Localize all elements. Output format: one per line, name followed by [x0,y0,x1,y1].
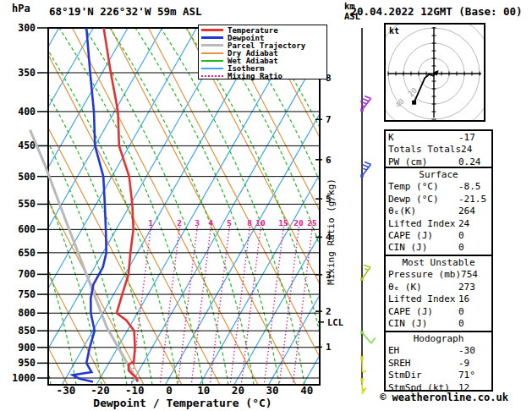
legend-swatch [201,68,223,69]
wind-barb [360,331,375,343]
pressure-tick-label: 500 [18,171,36,183]
index-value: -21.5 [458,194,489,206]
pressure-tick-label: 600 [18,223,36,235]
index-value: 71° [458,370,489,381]
mixing-ratio-label: 3 [195,218,200,227]
x-axis-labels: -30-20-10010203040Dewpoint / Temperature… [57,384,314,409]
legend-swatch [201,29,223,31]
index-value: 754 [461,269,491,281]
mixing-ratio-axis-label: Mixing Ratio (g/kg) [326,178,337,285]
isotherm-line [131,28,335,385]
index-label: SREH [388,358,458,370]
section-title: Hodograph [388,333,489,345]
dry-adiabat-line [73,28,258,385]
hodograph-storm-marker [412,101,416,105]
most-unstable-indices-box: Most UnstablePressure (mb)754θₑ (K)273Li… [384,255,493,332]
legend-label: Mixing Ratio [228,72,282,80]
dry-adiabats [0,28,381,385]
dewpoint-curve [73,28,107,381]
index-label: StmDir [388,370,458,381]
index-value: -8.5 [458,181,489,193]
mixing-ratio-label: 8 [247,218,252,227]
index-label: θₑ (K) [388,282,458,293]
pressure-tick-label: 550 [18,198,36,210]
wet-adiabat-line [186,28,330,385]
legend-swatch [201,60,223,62]
index-row: EH-30 [388,345,489,357]
barb-station-dot [360,277,364,281]
barb-full-tick [364,265,370,267]
index-row: CIN (J)0 [388,242,489,254]
legend-swatch [201,44,223,47]
x-tick-label: 20 [232,384,244,397]
x-tick-label: -20 [90,384,110,397]
dry-adiabat-line [339,28,381,385]
barb-full-tick [363,99,369,101]
x-tick-label: 40 [300,384,313,397]
isotherm-line [234,28,381,385]
dry-adiabat-line [149,28,334,385]
legend-swatch [201,52,223,54]
index-row: Dewp (°C)-21.5 [388,194,489,206]
wet-adiabat-line [135,28,279,385]
barb-full-tick [363,165,369,167]
pressure-tick-label: 350 [18,67,36,79]
legend-swatch [201,75,223,77]
barb-station-dot [360,331,364,334]
pressure-tick-label: 300 [18,22,36,34]
index-row: StmDir71° [388,370,489,381]
index-row: Totals Totals24 [388,144,489,156]
mixing-ratio-label: 15 [278,218,288,227]
index-value: 273 [458,282,489,293]
hodograph-indices-box: HodographEH-30SREH-9StmDir71°StmSpd (kt)… [384,331,493,392]
pressure-tick-label: 850 [18,325,36,337]
x-tick-label: 30 [266,384,279,397]
hodograph-plot: 2040 [386,25,484,120]
index-value: 264 [458,206,489,217]
index-value: -30 [458,345,489,357]
wet-adiabat-line [59,28,203,385]
x-tick-label: 0 [166,384,173,397]
parcel-trajectory-curve [30,130,138,382]
index-value: 16 [458,293,489,305]
wind-barb [360,356,366,372]
index-row: Lifted Index16 [388,293,489,305]
index-label: Lifted Index [388,218,458,230]
index-value: 0 [458,230,489,242]
index-value: 0 [458,242,489,254]
mixing-ratio-line [230,227,250,385]
barb-station-dot [360,174,364,178]
section-title: Most Unstable [388,257,489,269]
index-row: CAPE (J)0 [388,230,489,242]
mixing-ratio-label: 2 [177,218,182,227]
mixing-ratio-label: 1 [148,218,153,227]
barb-half-tick [363,168,366,170]
index-row: Pressure (mb)754 [388,269,489,281]
wet-adiabat-line [237,28,381,385]
index-label: Totals Totals [388,144,461,156]
mixing-ratio-label: 5 [227,218,232,227]
surface-indices-box: SurfaceTemp (°C)-8.5Dewp (°C)-21.5θₑ(K)2… [384,167,493,256]
hodograph-panel: 2040 kt [384,23,485,122]
barb-station-dot [360,108,364,112]
mixing-ratio-line [264,227,283,385]
indices-summary-box: K-17Totals Totals24PW (cm)0.24 [384,129,493,168]
barb-shaft [362,332,371,343]
barb-station-dot [360,378,364,381]
index-label: CAPE (J) [388,230,458,242]
pressure-tick-label: 750 [18,288,36,300]
index-label: Pressure (mb) [388,269,461,281]
index-label: θₑ(K) [388,206,458,217]
barb-full-tick [371,337,376,343]
pressure-tick-label: 900 [18,342,36,353]
km-tick-label: 1 [326,342,332,353]
pressure-tick-label: 400 [18,106,36,118]
dry-adiabat-line [0,28,106,385]
barb-full-tick [365,162,370,164]
barb-full-tick [365,96,370,98]
km-tick-label: 7 [326,114,332,125]
barb-station-dot [360,356,364,359]
pressure-tick-label: 450 [18,140,36,151]
index-row: Lifted Index24 [388,218,489,230]
isotherm-line [165,28,369,385]
